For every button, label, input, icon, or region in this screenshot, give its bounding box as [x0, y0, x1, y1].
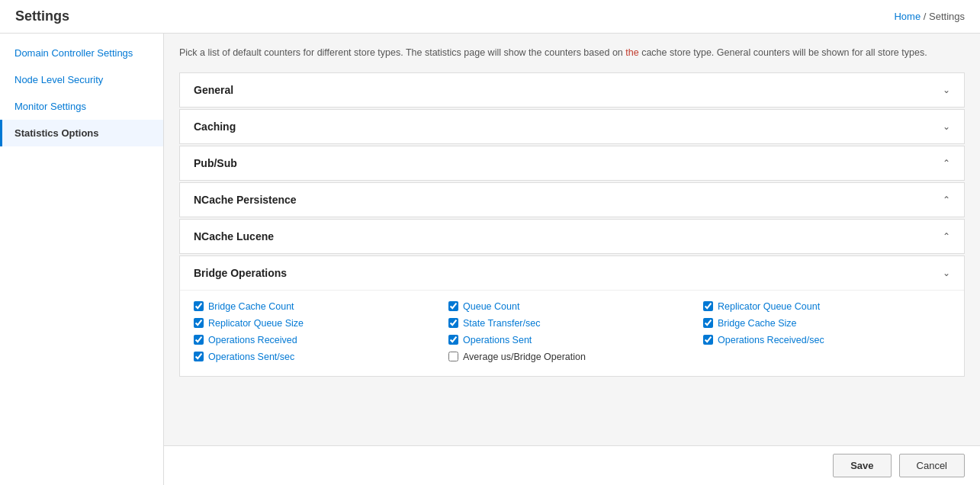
- checkbox-queue-count-input[interactable]: [448, 301, 458, 311]
- checkbox-bridge-cache-size-label[interactable]: Bridge Cache Size: [718, 318, 797, 329]
- checkbox-operations-sent-sec-input[interactable]: [194, 352, 204, 361]
- breadcrumb-separator: /: [924, 11, 927, 22]
- checkbox-bridge-cache-count-input[interactable]: [194, 301, 204, 311]
- checkbox-replicator-queue-count: Replicator Queue Count: [703, 301, 950, 312]
- sidebar-item-monitor-settings[interactable]: Monitor Settings: [0, 93, 163, 120]
- checkbox-operations-sent-sec-label[interactable]: Operations Sent/sec: [208, 352, 294, 362]
- sidebar-item-statistics-options[interactable]: Statistics Options: [0, 120, 163, 146]
- chevron-up-icon: ⌃: [943, 158, 950, 169]
- section-caching: Caching ⌄: [179, 109, 965, 144]
- section-pub-sub-title: Pub/Sub: [194, 157, 237, 169]
- checkbox-operations-received-label[interactable]: Operations Received: [208, 335, 297, 345]
- breadcrumb: Home / Settings: [894, 11, 965, 22]
- save-button[interactable]: Save: [833, 454, 891, 477]
- section-ncache-lucene-title: NCache Lucene: [194, 230, 274, 242]
- footer-bar: Save Cancel: [164, 445, 980, 485]
- checkbox-operations-sent-sec: Operations Sent/sec: [194, 352, 441, 362]
- checkbox-queue-count-label[interactable]: Queue Count: [463, 301, 519, 312]
- checkbox-state-transfer-sec-input[interactable]: [448, 318, 458, 328]
- checkbox-bridge-cache-count-label[interactable]: Bridge Cache Count: [208, 301, 294, 312]
- section-ncache-persistence: NCache Persistence ⌃: [179, 182, 965, 217]
- checkbox-replicator-queue-size-label[interactable]: Replicator Queue Size: [208, 318, 304, 329]
- checkbox-operations-received-sec-label[interactable]: Operations Received/sec: [718, 335, 824, 345]
- app-header: Settings Home / Settings: [0, 0, 980, 34]
- section-bridge-operations-header[interactable]: Bridge Operations ⌄: [180, 256, 964, 290]
- checkbox-state-transfer-sec: State Transfer/sec: [448, 318, 696, 329]
- sidebar-item-node-level-security[interactable]: Node Level Security: [0, 66, 163, 93]
- breadcrumb-current: Settings: [929, 11, 965, 22]
- checkbox-bridge-cache-size-input[interactable]: [703, 318, 713, 328]
- checkbox-avg-us-bridge-op-input[interactable]: [448, 352, 458, 361]
- sidebar: Domain Controller Settings Node Level Se…: [0, 34, 164, 485]
- checkbox-avg-us-bridge-op-label[interactable]: Average us/Bridge Operation: [463, 352, 586, 362]
- breadcrumb-home[interactable]: Home: [894, 11, 921, 22]
- checkbox-bridge-cache-size: Bridge Cache Size: [703, 318, 950, 329]
- chevron-up-icon: ⌃: [943, 194, 950, 205]
- checkbox-avg-us-bridge-op: Average us/Bridge Operation: [448, 352, 696, 362]
- sidebar-item-domain-controller-settings[interactable]: Domain Controller Settings: [0, 40, 163, 66]
- section-ncache-persistence-header[interactable]: NCache Persistence ⌃: [180, 183, 964, 217]
- bridge-checkboxes-grid: Bridge Cache Count Replicator Queue Size…: [194, 301, 950, 362]
- app-title: Settings: [15, 8, 69, 24]
- section-caching-title: Caching: [194, 120, 236, 133]
- section-ncache-lucene-header[interactable]: NCache Lucene ⌃: [180, 220, 964, 253]
- main-content: Pick a list of default counters for diff…: [164, 34, 980, 485]
- section-general: General ⌄: [179, 72, 965, 108]
- section-general-header[interactable]: General ⌄: [180, 73, 964, 107]
- bridge-operations-body: Bridge Cache Count Replicator Queue Size…: [180, 290, 964, 376]
- checkbox-operations-sent-label[interactable]: Operations Sent: [463, 335, 532, 345]
- section-caching-header[interactable]: Caching ⌄: [180, 110, 964, 143]
- checkbox-bridge-cache-count: Bridge Cache Count: [194, 301, 441, 312]
- checkbox-operations-received-sec: Operations Received/sec: [703, 335, 950, 345]
- cancel-button[interactable]: Cancel: [899, 454, 965, 477]
- checkbox-replicator-queue-count-input[interactable]: [703, 301, 713, 311]
- checkbox-operations-sent: Operations Sent: [448, 335, 696, 345]
- checkbox-replicator-queue-size: Replicator Queue Size: [194, 318, 441, 329]
- checkbox-queue-count: Queue Count: [448, 301, 696, 312]
- section-pub-sub-header[interactable]: Pub/Sub ⌃: [180, 146, 964, 180]
- chevron-down-icon: ⌄: [943, 121, 950, 132]
- checkbox-operations-received: Operations Received: [194, 335, 441, 345]
- section-bridge-operations-title: Bridge Operations: [194, 267, 287, 279]
- description-text: Pick a list of default counters for diff…: [179, 46, 965, 60]
- checkbox-state-transfer-sec-label[interactable]: State Transfer/sec: [463, 318, 540, 329]
- chevron-down-icon: ⌄: [943, 268, 950, 278]
- checkbox-operations-received-sec-input[interactable]: [703, 335, 713, 345]
- checkbox-operations-sent-input[interactable]: [448, 335, 458, 345]
- checkbox-replicator-queue-count-label[interactable]: Replicator Queue Count: [718, 301, 820, 312]
- chevron-up-icon: ⌃: [943, 231, 950, 242]
- section-ncache-persistence-title: NCache Persistence: [194, 194, 297, 206]
- section-ncache-lucene: NCache Lucene ⌃: [179, 219, 965, 254]
- section-bridge-operations: Bridge Operations ⌄ Bridge Cache Count R…: [179, 255, 965, 377]
- section-general-title: General: [194, 84, 233, 96]
- layout: Domain Controller Settings Node Level Se…: [0, 34, 980, 485]
- highlight-the: the: [625, 47, 638, 58]
- checkbox-replicator-queue-size-input[interactable]: [194, 318, 204, 328]
- checkbox-operations-received-input[interactable]: [194, 335, 204, 345]
- chevron-down-icon: ⌄: [943, 85, 950, 95]
- section-pub-sub: Pub/Sub ⌃: [179, 146, 965, 181]
